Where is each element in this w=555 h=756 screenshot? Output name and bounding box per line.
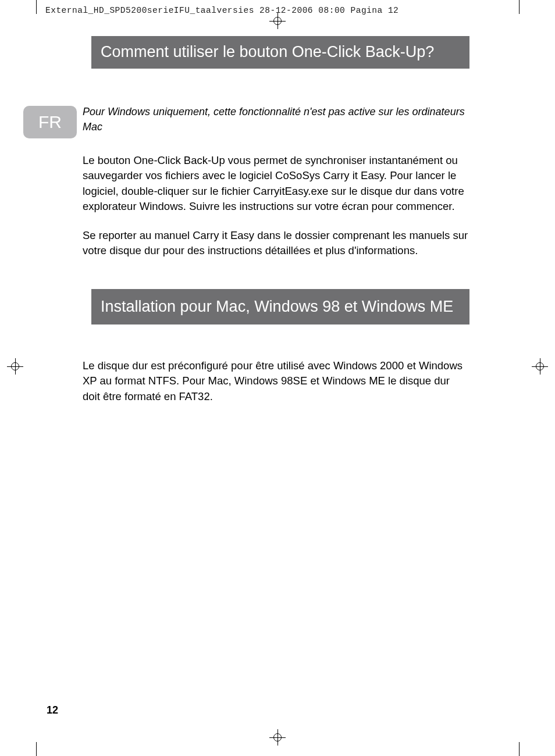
section-heading: Installation pour Mac, Windows 98 et Win… <box>91 289 469 324</box>
print-header-info: External_HD_SPD5200serieIFU_taalversies … <box>45 6 399 15</box>
crop-mark <box>36 0 37 14</box>
registration-mark-icon <box>7 358 23 375</box>
paragraph: Le bouton One-Click Back-Up vous permet … <box>83 153 469 214</box>
crop-mark <box>519 742 520 756</box>
language-badge: FR <box>23 106 77 138</box>
registration-mark-icon <box>269 729 286 746</box>
registration-mark-icon <box>269 13 286 29</box>
paragraph: Se reporter au manuel Carry it Easy dans… <box>83 228 469 259</box>
section-heading: Comment utiliser le bouton One-Click Bac… <box>91 36 469 69</box>
crop-mark <box>519 0 520 14</box>
page-number: 12 <box>47 704 58 716</box>
paragraph: Le disque dur est préconfiguré pour être… <box>83 358 469 404</box>
crop-mark <box>36 742 37 756</box>
page-content: Comment utiliser le bouton One-Click Bac… <box>36 36 519 720</box>
italic-note: Pour Windows uniquement, cette fonctionn… <box>83 105 469 134</box>
section-body: Le disque dur est préconfiguré pour être… <box>83 358 469 404</box>
registration-mark-icon <box>532 358 548 375</box>
section-body: Pour Windows uniquement, cette fonctionn… <box>83 105 469 259</box>
